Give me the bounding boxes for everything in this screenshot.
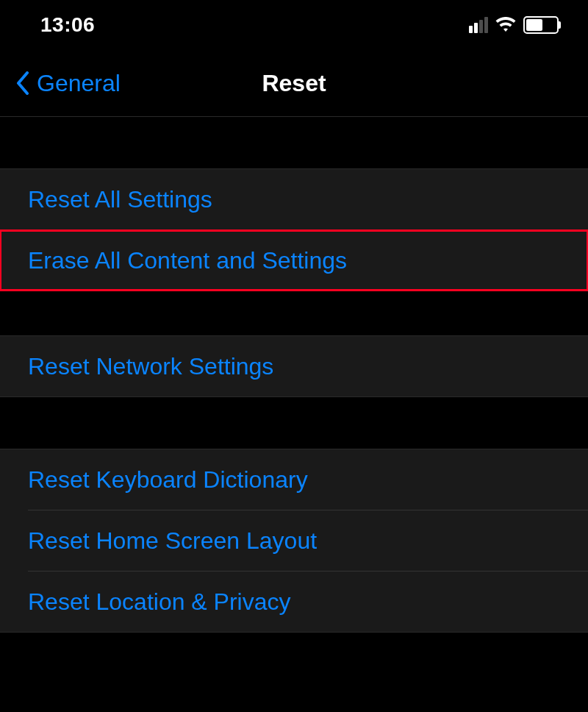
navigation-bar: General Reset [0,50,588,116]
reset-section-2: Reset Network Settings [0,336,588,396]
chevron-left-icon [15,70,31,96]
list-item-label: Reset All Settings [28,186,212,213]
reset-all-settings-item[interactable]: Reset All Settings [0,169,588,229]
list-item-label: Reset Keyboard Dictionary [28,466,308,494]
list-item-label: Erase All Content and Settings [28,247,347,274]
list-item-label: Reset Location & Privacy [28,588,291,616]
wifi-icon [495,17,516,33]
section-gap [0,397,588,449]
reset-section-1: Reset All Settings Erase All Content and… [0,169,588,291]
back-label: General [37,70,121,97]
section-gap [0,291,588,335]
status-indicators [469,16,559,34]
status-bar: 13:06 [0,0,588,50]
section-gap [0,117,588,168]
status-time: 13:06 [40,13,95,37]
page-title: Reset [262,70,326,97]
list-item-label: Reset Network Settings [28,353,273,380]
reset-keyboard-dictionary-item[interactable]: Reset Keyboard Dictionary [0,449,588,510]
reset-location-privacy-item[interactable]: Reset Location & Privacy [0,572,588,632]
erase-all-content-item[interactable]: Erase All Content and Settings [0,230,588,291]
reset-home-screen-layout-item[interactable]: Reset Home Screen Layout [0,510,588,571]
list-item-label: Reset Home Screen Layout [28,527,317,555]
reset-network-settings-item[interactable]: Reset Network Settings [0,336,588,396]
cellular-signal-icon [469,17,488,33]
battery-icon [523,16,559,34]
reset-section-3: Reset Keyboard Dictionary Reset Home Scr… [0,449,588,632]
back-button[interactable]: General [15,70,121,97]
